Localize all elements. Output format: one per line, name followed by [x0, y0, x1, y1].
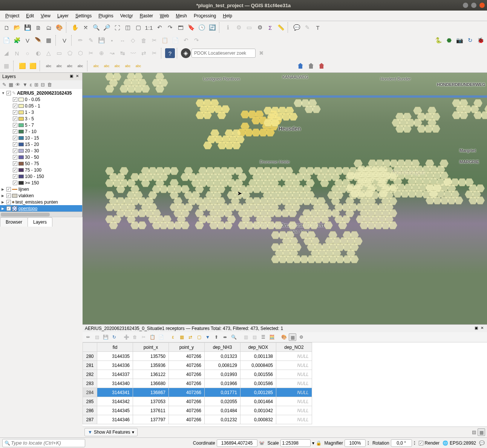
actions-icon[interactable]: ⚙ — [297, 333, 305, 341]
class-checkbox[interactable]: ✓ — [13, 149, 17, 153]
delete-button[interactable]: 🗑 — [139, 35, 149, 45]
pdok-search-input[interactable] — [191, 49, 256, 58]
delete-field-icon[interactable]: ▤ — [251, 333, 258, 341]
shape-6-icon[interactable]: ⬡ — [75, 48, 85, 58]
menu-view[interactable]: View — [38, 12, 54, 20]
pan-to-selection-button[interactable]: ⤧ — [81, 23, 90, 32]
pan-to-icon[interactable]: ⬌ — [221, 333, 229, 341]
layers-hscrollbar[interactable] — [0, 212, 82, 217]
add-vector-layer-button[interactable]: V — [60, 35, 69, 45]
move-top-icon[interactable]: ⬆ — [213, 333, 220, 341]
window-close-button[interactable] — [479, 3, 485, 8]
help-button[interactable]: ? — [165, 48, 175, 58]
coordinate-input[interactable] — [217, 439, 257, 447]
extents-icon[interactable]: 🐭 — [259, 440, 265, 446]
zoom-to-icon[interactable]: 🔍 — [230, 333, 237, 341]
menu-project[interactable]: PProjectroject — [2, 12, 22, 20]
table-row[interactable]: 283 31443401366804072660,019660,001586 N… — [83, 379, 312, 388]
layer-checkbox[interactable]: ✓ — [6, 200, 11, 204]
save-edits-icon[interactable]: 💾 — [102, 333, 109, 341]
invert-selection-icon[interactable]: ⇄ — [187, 333, 194, 341]
open-project-button[interactable]: 📂 — [12, 23, 22, 32]
class-checkbox[interactable]: ✓ — [13, 110, 17, 115]
layer-lijnen[interactable]: lijnen — [18, 187, 29, 192]
menu-layer[interactable]: Layer — [54, 12, 72, 20]
column-header[interactable]: dep_NO2 — [276, 343, 312, 352]
imaer-plugin-button[interactable]: ⬣ — [444, 35, 454, 45]
paste-icon[interactable]: 📄 — [157, 333, 165, 341]
text-annotation-button[interactable]: T — [313, 23, 323, 32]
table-row[interactable]: 280 31443351357504072660,013230,001138 N… — [83, 352, 312, 361]
show-all-features-button[interactable]: ▼ Show All Features ▾ — [84, 428, 138, 436]
zoom-full-button[interactable]: ⛶ — [112, 23, 122, 32]
shape-3-icon[interactable]: △ — [44, 48, 54, 58]
layer-checkbox[interactable]: ✓ — [6, 91, 11, 95]
column-header[interactable]: fid — [97, 343, 133, 352]
expander-icon[interactable]: ▶ — [2, 200, 5, 204]
conditional-format-icon[interactable]: 🎨 — [280, 333, 288, 341]
row-header[interactable]: 285 — [83, 397, 97, 406]
menu-vector[interactable]: Vector — [117, 12, 136, 20]
split-icon[interactable]: ✂ — [86, 48, 96, 58]
identify-button[interactable]: ℹ — [223, 23, 233, 32]
reload-plugin-button[interactable]: ↻ — [465, 35, 475, 45]
manage-themes-icon[interactable]: 👁 — [15, 82, 20, 87]
map-canvas[interactable]: Landgoed Plantloon KANAALWEG Honderd Bun… — [83, 73, 487, 324]
magnifier-input[interactable] — [345, 439, 366, 447]
move-feature-button[interactable]: ↔ — [118, 35, 127, 45]
label-abc-3[interactable]: abc — [65, 61, 75, 71]
class-checkbox[interactable]: ✓ — [13, 97, 17, 102]
filter-legend-icon[interactable]: ▼ — [23, 82, 28, 87]
layer-tree[interactable]: ▼ ✓ ✎ AERIUS_20200623162435 ✓ 0 - 0.05✓ … — [0, 89, 82, 212]
class-checkbox[interactable]: ✓ — [13, 129, 17, 134]
attribute-table-scroll[interactable]: fidpoint_xpoint_ydep_NH3dep_NOXdep_NO2 2… — [83, 342, 487, 427]
form-view-icon[interactable]: ▤ — [470, 428, 478, 436]
menu-settings[interactable]: Settings — [72, 12, 95, 20]
remove-layer-icon[interactable]: 🗑 — [47, 82, 52, 87]
window-maximize-button[interactable] — [471, 3, 476, 8]
table-row[interactable]: 287 31443461377974072660,012320,000832 N… — [83, 415, 312, 424]
expression-filter-icon[interactable]: ε — [30, 82, 32, 87]
reverse-icon[interactable]: ⇄ — [139, 48, 149, 58]
new-virtual-button[interactable]: ▦ — [44, 35, 54, 45]
menu-edit[interactable]: Edit — [23, 12, 37, 20]
shape-4-icon[interactable]: ▭ — [54, 48, 64, 58]
zoom-layer-button[interactable]: ▢ — [133, 23, 143, 32]
copy-icon[interactable]: 📋 — [149, 333, 156, 341]
annotation-button[interactable]: ✎ — [302, 23, 312, 32]
trace-icon[interactable]: 〰 — [128, 48, 138, 58]
reshape-icon[interactable]: ↝ — [107, 48, 117, 58]
class-checkbox[interactable]: ✓ — [13, 155, 17, 160]
deselect-icon[interactable]: ▢ — [195, 333, 203, 341]
paste-button[interactable]: 📄 — [170, 35, 180, 45]
new-gpkg-button[interactable]: 🧩 — [12, 35, 22, 45]
menu-processing[interactable]: Processing — [191, 12, 219, 20]
new-field-icon[interactable]: ▥ — [242, 333, 250, 341]
lock-icon[interactable]: 🔒 — [316, 440, 322, 446]
layer-checkbox[interactable]: ✓ — [6, 206, 11, 211]
table-row[interactable]: 281 31443361359364072660,0081290,0008405… — [83, 361, 312, 370]
add-feature-icon[interactable]: ➕ — [123, 333, 130, 341]
label-abc-8[interactable]: abc — [123, 61, 133, 71]
zoom-next-button[interactable]: ↷ — [165, 23, 175, 32]
messages-icon[interactable]: 💬 — [479, 440, 485, 446]
menu-help[interactable]: Help — [220, 12, 235, 20]
field-calc-icon[interactable]: 🧮 — [268, 333, 276, 341]
class-checkbox[interactable]: ✓ — [13, 168, 17, 172]
label-abc-5[interactable]: abc — [91, 61, 101, 71]
table-row[interactable]: 285 31443421370534072660,020550,001464 N… — [83, 397, 312, 406]
home-gray-icon[interactable] — [306, 61, 316, 71]
menu-web[interactable]: Web — [157, 12, 172, 20]
shape-2-icon[interactable]: ◐ — [33, 48, 43, 58]
class-checkbox[interactable]: ✓ — [13, 174, 17, 179]
select-all-icon[interactable]: ▦ — [178, 333, 185, 341]
toggle-edit-button[interactable]: ✎ — [86, 35, 96, 45]
copy-button[interactable]: 📋 — [160, 35, 170, 45]
scale-input[interactable] — [280, 439, 311, 447]
expander-icon[interactable]: ▶ — [2, 194, 5, 198]
dropdown-icon[interactable]: ▾ — [312, 440, 314, 446]
select-by-expr-icon[interactable]: ε — [169, 333, 177, 341]
offset-icon[interactable]: ↹ — [118, 48, 127, 58]
toolbox-button[interactable]: ⚙ — [255, 23, 265, 32]
temporal-button[interactable]: 🕓 — [197, 23, 207, 32]
